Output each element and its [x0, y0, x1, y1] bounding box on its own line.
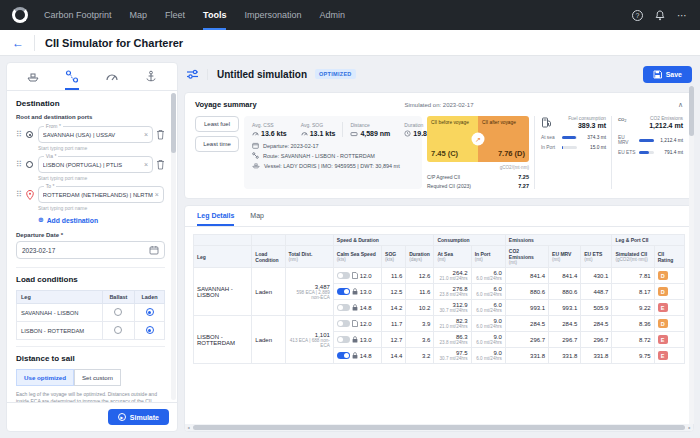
- tab-use-optimized[interactable]: Use optimized: [16, 369, 74, 386]
- horizontal-scrollbar[interactable]: ◂ ▸: [185, 424, 693, 431]
- app-logo: [12, 7, 28, 23]
- nav-item-map[interactable]: Map: [130, 0, 148, 30]
- distance-mode-tabs: Use optimized Set custom: [16, 369, 165, 386]
- fuel-pump-icon: [541, 116, 552, 128]
- save-button[interactable]: Save: [643, 66, 692, 83]
- sidebar-scrollbar[interactable]: [171, 93, 176, 400]
- scroll-right-icon[interactable]: ▸: [686, 425, 693, 430]
- port-input-to[interactable]: To * ROTTERDAM (NETHERLANDS) | NLRTM ×: [38, 186, 164, 203]
- tab-set-custom[interactable]: Set custom: [74, 369, 121, 386]
- tab-leg-details[interactable]: Leg Details: [197, 206, 234, 226]
- port-row-via: ⠿ Via * LISBON (PORTUGAL) | PTLIS ×: [16, 156, 165, 173]
- col-duration: Duration(days): [406, 246, 434, 268]
- group-consumption: Consumption: [434, 235, 505, 246]
- departure-date-input[interactable]: 2023-02-17: [16, 241, 165, 259]
- load-conditions-heading: Load conditions: [16, 275, 165, 284]
- speed-toggle[interactable]: [337, 304, 350, 311]
- add-destination-button[interactable]: ⊕ Add destination: [38, 216, 165, 224]
- tab-port[interactable]: [144, 70, 158, 90]
- configuration-sidebar: Destination Root and destination ports ⠿…: [6, 62, 178, 432]
- clear-icon[interactable]: ×: [144, 131, 148, 138]
- route-icon: [252, 152, 259, 159]
- distance-heading: Distance to sail: [16, 354, 165, 363]
- col-cii-rating: CII Rating: [654, 246, 684, 268]
- tab-vessel[interactable]: [26, 70, 40, 90]
- lock-icon: [352, 304, 358, 311]
- scroll-left-icon[interactable]: ◂: [185, 425, 192, 430]
- ballast-radio[interactable]: [114, 308, 122, 316]
- file-icon: [352, 272, 358, 279]
- route-icon: [65, 70, 79, 83]
- nav-item-admin[interactable]: Admin: [319, 0, 345, 30]
- speed-toggle[interactable]: [337, 336, 350, 343]
- sidebar-body: Destination Root and destination ports ⠿…: [7, 91, 177, 402]
- tab-route[interactable]: [65, 70, 79, 90]
- ports-subheading: Root and destination ports: [16, 114, 165, 120]
- voyage-summary-card: Simulated on: 2023-02-17 Voyage summary …: [184, 92, 694, 199]
- trash-icon[interactable]: [156, 129, 165, 140]
- in-port-consumption: 6.06.0 mt/24hrs: [471, 268, 505, 284]
- least-time-button[interactable]: Least time: [195, 136, 239, 152]
- port-input-via[interactable]: Via * LISBON (PORTUGAL) | PTLIS ×: [38, 156, 153, 173]
- lc-row-1-leg: SAVANNAH - LISBON: [17, 304, 103, 322]
- drag-handle-icon[interactable]: ⠿: [16, 160, 22, 169]
- port-row-to: ⠿ To * ROTTERDAM (NETHERLANDS) | NLRTM ×: [16, 186, 165, 203]
- lc-col-leg: Leg: [17, 291, 103, 304]
- group-leg-port-cii: Leg & Port CII: [612, 235, 685, 246]
- fuel-total: 389.3 mt: [568, 122, 606, 129]
- tab-map[interactable]: Map: [250, 206, 264, 226]
- main-area: Untitled simulation OPTIMIZED Save Simul…: [184, 62, 694, 432]
- clock-icon: [404, 130, 411, 137]
- speed-toggle[interactable]: [337, 272, 350, 279]
- sliders-icon[interactable]: [186, 68, 199, 80]
- trash-icon[interactable]: [156, 159, 165, 170]
- meta-departure: Departure: 2023-02-17: [252, 142, 414, 149]
- waypoint-icon: [26, 161, 33, 168]
- sidebar-footer: ▶ Simulate: [7, 402, 177, 431]
- laden-radio[interactable]: [146, 326, 154, 334]
- bell-icon[interactable]: [655, 10, 665, 21]
- table-row: SAVANNAH - LISBON Laden 3,487598 ECA | 2…: [194, 268, 685, 284]
- load-condition: Laden: [252, 268, 285, 316]
- speed-toggle[interactable]: [337, 352, 350, 359]
- trend-up-icon: ↗: [472, 133, 485, 146]
- speed-toggle[interactable]: [337, 288, 350, 295]
- fuel-in-port-row: In Port 15.0 mt: [541, 145, 606, 150]
- cii-rating-badge: D: [658, 319, 668, 328]
- help-icon[interactable]: ?: [632, 10, 643, 21]
- co2-emissions-panel: co₂ CO2 Emissions 1,212.4 mt EU MRV 1,21…: [611, 116, 683, 189]
- total-distance: 1,101413 ECA | 688 non-ECA: [285, 316, 333, 364]
- distance-helper-text: Each leg of the voyage will be optimized…: [16, 391, 165, 402]
- speed-toggle[interactable]: [337, 320, 350, 327]
- stat-avg-css: Avg. CSS 13.6 kts: [252, 122, 294, 137]
- col-eu-ets: EU ETS(mt): [581, 246, 612, 268]
- lock-icon: [352, 288, 358, 295]
- voyage-stats-box: Avg. CSS 13.6 kts Avg. SOG 13.1 kts Dist…: [244, 116, 422, 189]
- nav-item-impersonation[interactable]: Impersonation: [244, 0, 301, 30]
- more-menu-icon[interactable]: ⋯: [677, 10, 688, 21]
- clear-icon[interactable]: ×: [144, 161, 148, 168]
- nav-item-tools[interactable]: Tools: [203, 0, 226, 30]
- nav-item-fleet[interactable]: Fleet: [165, 0, 185, 30]
- port-input-from[interactable]: From * SAVANNAH (USA) | USSAV ×: [38, 126, 153, 143]
- stat-avg-sog: Avg. SOG 13.1 kts: [294, 122, 343, 137]
- back-arrow-icon[interactable]: ←: [12, 36, 24, 50]
- laden-radio[interactable]: [146, 308, 154, 316]
- cii-unit: gCO2/(mt·nm): [427, 165, 529, 170]
- simulate-button[interactable]: ▶ Simulate: [108, 409, 169, 425]
- port-from-helper: Start typing port name: [38, 145, 165, 151]
- calendar-icon[interactable]: [149, 245, 159, 255]
- least-fuel-button[interactable]: Least fuel: [195, 116, 239, 132]
- load-conditions-table: Leg Ballast Laden SAVANNAH - LISBON LISB…: [16, 290, 165, 340]
- leg-name: LISBON - ROTTERDAM: [194, 316, 252, 364]
- tab-performance[interactable]: [105, 70, 119, 90]
- nav-item-carbon-footprint[interactable]: Carbon Footprint: [44, 0, 112, 30]
- lc-row-1: SAVANNAH - LISBON: [17, 304, 165, 322]
- co2-eu-ets-row: EU ETS 791.4 mt: [618, 150, 683, 155]
- drag-handle-icon[interactable]: ⠿: [16, 190, 22, 199]
- main-vertical-scrollbar[interactable]: [689, 86, 694, 424]
- drag-handle-icon[interactable]: ⠿: [16, 130, 22, 139]
- simulation-title: Untitled simulation: [207, 69, 307, 80]
- clear-icon[interactable]: ×: [155, 191, 159, 198]
- ballast-radio[interactable]: [114, 326, 122, 334]
